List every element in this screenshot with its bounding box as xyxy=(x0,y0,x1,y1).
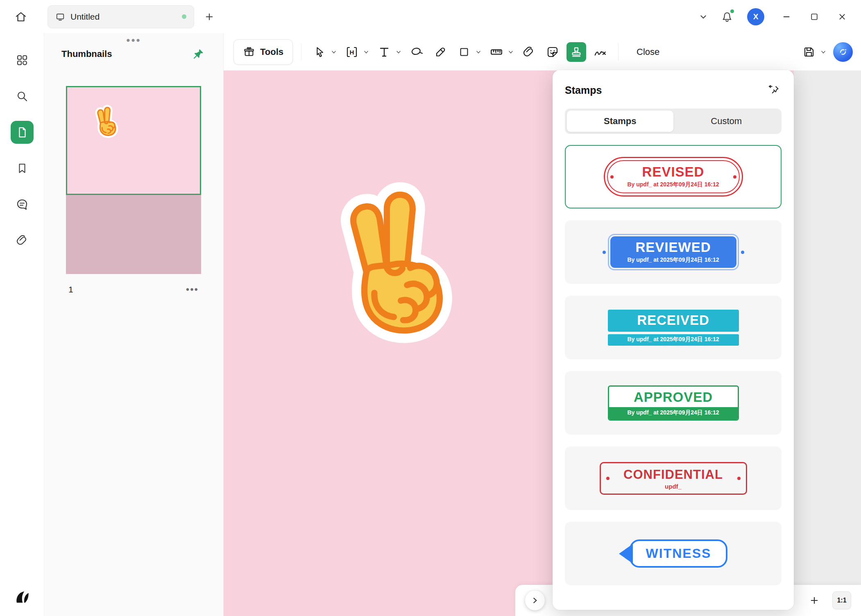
square-shape-icon xyxy=(458,46,470,58)
stamp-item-confidential[interactable]: CONFIDENTIAL updf_ xyxy=(565,446,782,510)
home-button[interactable] xyxy=(11,7,31,27)
expand-panel-button[interactable] xyxy=(525,591,545,610)
text-tool-dropdown[interactable] xyxy=(394,42,403,62)
marker-icon xyxy=(434,45,447,59)
signature-tool[interactable] xyxy=(590,42,610,62)
stamp-item-reviewed[interactable]: REVIEWED By updf_ at 2025年09月24日 16:12 xyxy=(565,220,782,284)
unsaved-dot xyxy=(182,14,186,19)
chevron-down-icon xyxy=(475,49,482,55)
minimize-button[interactable] xyxy=(774,6,799,27)
search-icon xyxy=(16,90,29,103)
document-tab[interactable]: Untitled xyxy=(48,5,194,28)
peace-hand-sticker[interactable] xyxy=(320,168,476,347)
thumbnail-sticker xyxy=(91,102,123,139)
sidebar-item-comments[interactable] xyxy=(11,193,34,216)
stamp-item-received[interactable]: RECEIVED By updf_ at 2025年09月24日 16:12 xyxy=(565,296,782,359)
search-annotation-tool[interactable] xyxy=(407,42,426,62)
stamp-item-revised[interactable]: REVISED By updf_ at 2025年09月24日 16:12 xyxy=(565,145,782,208)
panel-collapse-handle[interactable]: ••• xyxy=(126,34,141,47)
maximize-icon xyxy=(809,12,819,22)
zoom-controls: 1:1 xyxy=(805,591,851,609)
pin-panel-button[interactable] xyxy=(192,48,204,60)
select-tool-dropdown[interactable] xyxy=(330,42,338,62)
chevron-down-icon xyxy=(820,49,827,55)
stamp-label: REVISED xyxy=(608,164,739,180)
highlighter-tool[interactable] xyxy=(430,42,450,62)
page-more-button[interactable]: ••• xyxy=(186,284,199,295)
new-tab-button[interactable] xyxy=(199,7,220,27)
stamp-byline: By updf_ at 2025年09月24日 16:12 xyxy=(609,407,738,419)
notifications-button[interactable] xyxy=(717,7,737,27)
close-window-button[interactable] xyxy=(830,6,854,27)
page-row: 1 ••• xyxy=(66,284,201,295)
close-tool-button[interactable]: Close xyxy=(630,43,666,61)
page-thumbnails-icon xyxy=(16,126,28,138)
pin-stamps-panel-button[interactable] xyxy=(768,83,782,97)
tabs-dropdown-button[interactable] xyxy=(693,7,714,27)
measure-tool-dropdown[interactable] xyxy=(507,42,515,62)
stamp-received-art: RECEIVED By updf_ at 2025年09月24日 16:12 xyxy=(608,310,739,346)
ai-assistant-button[interactable] xyxy=(833,42,853,62)
select-tool-group xyxy=(310,42,338,62)
updf-logo[interactable] xyxy=(14,588,31,605)
select-tool[interactable] xyxy=(310,42,329,62)
tools-label: Tools xyxy=(260,47,283,57)
sidebar-item-thumbnails[interactable] xyxy=(11,121,34,144)
pushpin-icon xyxy=(192,48,204,60)
notification-badge xyxy=(730,9,734,13)
chevron-down-icon xyxy=(363,49,369,55)
stamp-dot xyxy=(741,251,744,254)
zoom-in-button[interactable] xyxy=(805,591,823,609)
minimize-icon xyxy=(781,11,792,22)
stamp-revised-art: REVISED By updf_ at 2025年09月24日 16:12 xyxy=(604,157,743,197)
maximize-button[interactable] xyxy=(802,6,827,27)
plus-icon xyxy=(204,11,215,22)
stamp-dot xyxy=(603,251,606,254)
save-group xyxy=(799,42,827,62)
stamp-item-approved[interactable]: APPROVED By updf_ at 2025年09月24日 16:12 xyxy=(565,371,782,435)
tools-button[interactable]: Tools xyxy=(233,39,293,65)
attach-file-tool[interactable] xyxy=(519,42,539,62)
stamp-item-witness[interactable]: WITNESS xyxy=(565,522,782,585)
sidebar-item-apps[interactable] xyxy=(11,49,34,72)
shapes-tool[interactable] xyxy=(454,42,474,62)
account-avatar[interactable]: X xyxy=(747,8,764,25)
chevron-down-icon xyxy=(698,11,709,22)
page-thumbnail-1[interactable] xyxy=(66,86,201,274)
chevron-down-icon xyxy=(508,49,514,55)
stamp-label: WITNESS xyxy=(630,539,728,568)
updf-window: Untitled X xyxy=(0,0,861,616)
save-button[interactable] xyxy=(799,42,819,62)
paperclip-icon xyxy=(16,234,29,247)
ruler-icon xyxy=(489,45,503,59)
stamp-label: APPROVED xyxy=(609,387,738,407)
sidebar-item-bookmarks[interactable] xyxy=(11,157,34,180)
sidebar-item-attachments[interactable] xyxy=(11,229,34,252)
tab-stamps[interactable]: Stamps xyxy=(567,111,673,132)
edit-text-icon: H xyxy=(345,45,358,59)
toolbar-divider xyxy=(301,43,301,61)
cursor-icon xyxy=(313,46,326,58)
comment-icon xyxy=(16,198,29,211)
stamps-panel-header: Stamps xyxy=(565,83,782,97)
shapes-tool-group xyxy=(454,42,483,62)
tab-custom[interactable]: Custom xyxy=(673,111,780,132)
measure-tool[interactable] xyxy=(487,42,506,62)
stickers-tool[interactable] xyxy=(543,42,562,62)
zoom-ratio-button[interactable]: 1:1 xyxy=(832,591,851,609)
tab-custom-label: Custom xyxy=(711,116,742,127)
sticker-icon xyxy=(546,45,559,59)
stamp-dot xyxy=(737,477,741,480)
avatar-initial: X xyxy=(753,12,759,21)
stamp-byline: By updf_ at 2025年09月24日 16:12 xyxy=(608,181,739,188)
signature-icon xyxy=(593,45,607,59)
stamp-witness-art: WITNESS xyxy=(619,539,728,568)
chevron-right-icon xyxy=(530,596,539,605)
stamp-tool[interactable] xyxy=(566,42,586,62)
shapes-tool-dropdown[interactable] xyxy=(474,42,483,62)
edit-tool-dropdown[interactable] xyxy=(362,42,370,62)
text-tool[interactable]: T xyxy=(374,42,394,62)
sidebar-item-search[interactable] xyxy=(11,85,34,108)
edit-text-tool[interactable]: H xyxy=(342,42,362,62)
save-dropdown[interactable] xyxy=(819,42,827,62)
